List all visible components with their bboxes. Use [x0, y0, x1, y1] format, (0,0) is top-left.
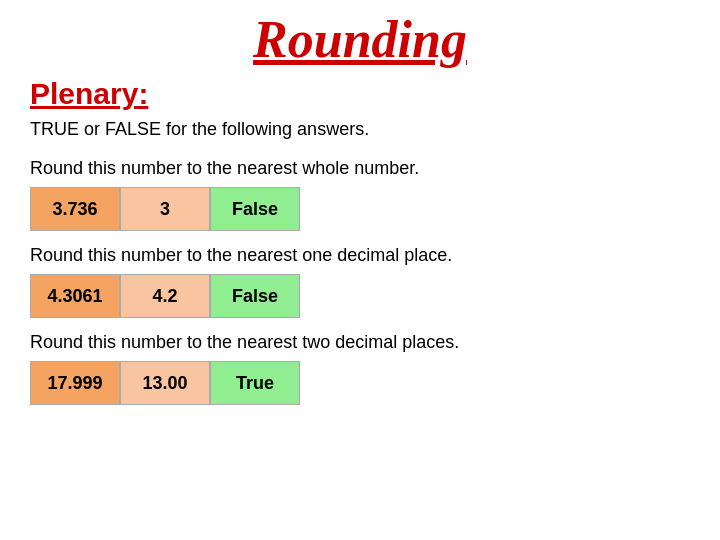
- question-text-1: Round this number to the nearest whole n…: [30, 158, 690, 179]
- instruction-text: TRUE or FALSE for the following answers.: [30, 119, 690, 140]
- cell-answer-2: 4.2: [120, 274, 210, 318]
- cell-number-1: 3.736: [30, 187, 120, 231]
- cell-verdict-3: True: [210, 361, 300, 405]
- cell-answer-3: 13.00: [120, 361, 210, 405]
- cell-verdict-2: False: [210, 274, 300, 318]
- cell-answer-1: 3: [120, 187, 210, 231]
- cell-number-2: 4.3061: [30, 274, 120, 318]
- question-text-2: Round this number to the nearest one dec…: [30, 245, 690, 266]
- page-title: Rounding: [30, 10, 690, 69]
- page: Rounding Plenary: TRUE or FALSE for the …: [0, 0, 720, 439]
- cell-verdict-1: False: [210, 187, 300, 231]
- question-text-3: Round this number to the nearest two dec…: [30, 332, 690, 353]
- plenary-heading: Plenary:: [30, 77, 690, 111]
- answer-row-3: 17.999 13.00 True: [30, 361, 690, 405]
- question-block-3: Round this number to the nearest two dec…: [30, 332, 690, 405]
- question-block-2: Round this number to the nearest one dec…: [30, 245, 690, 318]
- answer-row-1: 3.736 3 False: [30, 187, 690, 231]
- answer-row-2: 4.3061 4.2 False: [30, 274, 690, 318]
- question-block-1: Round this number to the nearest whole n…: [30, 158, 690, 231]
- cell-number-3: 17.999: [30, 361, 120, 405]
